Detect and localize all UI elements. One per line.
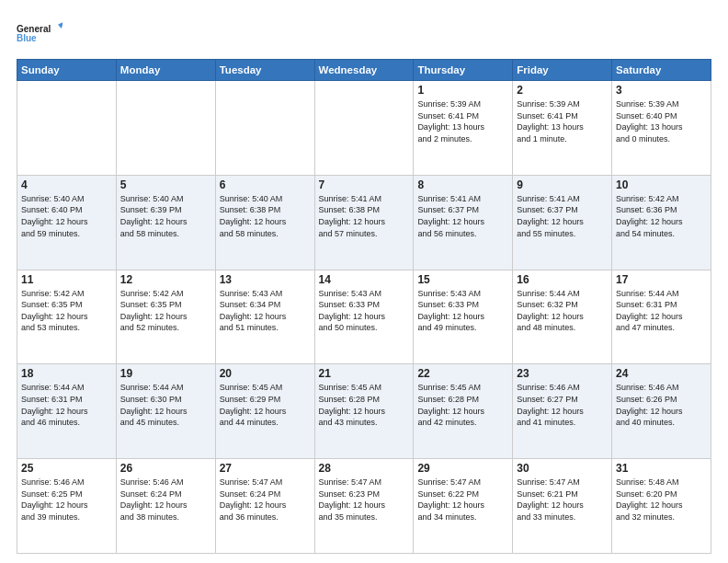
- day-number: 27: [220, 462, 311, 475]
- day-detail: Sunrise: 5:39 AM Sunset: 6:41 PM Dayligh…: [417, 98, 508, 144]
- day-detail: Sunrise: 5:46 AM Sunset: 6:24 PM Dayligh…: [120, 477, 211, 523]
- day-number: 6: [220, 178, 311, 191]
- day-number: 10: [616, 178, 707, 191]
- calendar-day-header: Sunday: [17, 60, 117, 81]
- day-detail: Sunrise: 5:43 AM Sunset: 6:34 PM Dayligh…: [220, 288, 311, 334]
- calendar-cell: 9Sunrise: 5:41 AM Sunset: 6:37 PM Daylig…: [513, 175, 612, 270]
- calendar-cell: 11Sunrise: 5:42 AM Sunset: 6:35 PM Dayli…: [17, 270, 117, 364]
- calendar-day-header: Wednesday: [314, 60, 414, 81]
- calendar-cell: 17Sunrise: 5:44 AM Sunset: 6:31 PM Dayli…: [612, 270, 711, 364]
- calendar-cell: [116, 81, 215, 176]
- calendar-cell: 16Sunrise: 5:44 AM Sunset: 6:32 PM Dayli…: [513, 270, 612, 364]
- day-number: 11: [21, 273, 112, 286]
- day-detail: Sunrise: 5:39 AM Sunset: 6:41 PM Dayligh…: [517, 98, 608, 144]
- day-number: 16: [517, 273, 608, 286]
- calendar-cell: 6Sunrise: 5:40 AM Sunset: 6:38 PM Daylig…: [215, 175, 314, 270]
- calendar-cell: 3Sunrise: 5:39 AM Sunset: 6:40 PM Daylig…: [612, 81, 711, 176]
- day-number: 9: [517, 178, 608, 191]
- day-detail: Sunrise: 5:44 AM Sunset: 6:30 PM Dayligh…: [120, 382, 211, 428]
- calendar-cell: 15Sunrise: 5:43 AM Sunset: 6:33 PM Dayli…: [414, 270, 513, 364]
- svg-text:Blue: Blue: [17, 33, 37, 43]
- day-detail: Sunrise: 5:41 AM Sunset: 6:37 PM Dayligh…: [517, 193, 608, 239]
- calendar-cell: 8Sunrise: 5:41 AM Sunset: 6:37 PM Daylig…: [414, 175, 513, 270]
- calendar-cell: 24Sunrise: 5:46 AM Sunset: 6:26 PM Dayli…: [612, 364, 711, 459]
- day-number: 3: [616, 84, 707, 97]
- calendar-cell: 26Sunrise: 5:46 AM Sunset: 6:24 PM Dayli…: [116, 459, 215, 554]
- calendar-cell: 2Sunrise: 5:39 AM Sunset: 6:41 PM Daylig…: [513, 81, 612, 176]
- calendar-cell: 22Sunrise: 5:45 AM Sunset: 6:28 PM Dayli…: [414, 364, 513, 459]
- day-detail: Sunrise: 5:47 AM Sunset: 6:24 PM Dayligh…: [220, 477, 311, 523]
- calendar-week-row: 11Sunrise: 5:42 AM Sunset: 6:35 PM Dayli…: [17, 270, 711, 364]
- calendar-cell: [17, 81, 117, 176]
- day-number: 25: [21, 462, 112, 475]
- header: General Blue: [17, 15, 711, 52]
- day-detail: Sunrise: 5:45 AM Sunset: 6:29 PM Dayligh…: [220, 382, 311, 428]
- day-detail: Sunrise: 5:39 AM Sunset: 6:40 PM Dayligh…: [616, 98, 707, 144]
- day-number: 14: [319, 273, 410, 286]
- svg-marker-2: [58, 22, 63, 29]
- day-number: 7: [319, 178, 410, 191]
- day-detail: Sunrise: 5:43 AM Sunset: 6:33 PM Dayligh…: [319, 288, 410, 334]
- calendar-table: SundayMondayTuesdayWednesdayThursdayFrid…: [17, 59, 711, 554]
- calendar-day-header: Saturday: [612, 60, 711, 81]
- day-number: 15: [417, 273, 508, 286]
- day-number: 20: [220, 367, 311, 380]
- logo-svg: General Blue: [17, 15, 63, 52]
- page: General Blue SundayMondayTuesdayWednesda…: [0, 0, 728, 563]
- calendar-cell: 10Sunrise: 5:42 AM Sunset: 6:36 PM Dayli…: [612, 175, 711, 270]
- day-number: 12: [120, 273, 211, 286]
- calendar-week-row: 1Sunrise: 5:39 AM Sunset: 6:41 PM Daylig…: [17, 81, 711, 176]
- day-detail: Sunrise: 5:45 AM Sunset: 6:28 PM Dayligh…: [417, 382, 508, 428]
- day-detail: Sunrise: 5:40 AM Sunset: 6:39 PM Dayligh…: [120, 193, 211, 239]
- day-detail: Sunrise: 5:42 AM Sunset: 6:35 PM Dayligh…: [120, 288, 211, 334]
- day-detail: Sunrise: 5:40 AM Sunset: 6:40 PM Dayligh…: [21, 193, 112, 239]
- day-number: 26: [120, 462, 211, 475]
- day-detail: Sunrise: 5:42 AM Sunset: 6:36 PM Dayligh…: [616, 193, 707, 239]
- day-detail: Sunrise: 5:46 AM Sunset: 6:25 PM Dayligh…: [21, 477, 112, 523]
- calendar-cell: 21Sunrise: 5:45 AM Sunset: 6:28 PM Dayli…: [314, 364, 414, 459]
- day-number: 21: [319, 367, 410, 380]
- calendar-day-header: Tuesday: [215, 60, 314, 81]
- calendar-cell: 18Sunrise: 5:44 AM Sunset: 6:31 PM Dayli…: [17, 364, 117, 459]
- day-detail: Sunrise: 5:44 AM Sunset: 6:32 PM Dayligh…: [517, 288, 608, 334]
- calendar-week-row: 18Sunrise: 5:44 AM Sunset: 6:31 PM Dayli…: [17, 364, 711, 459]
- day-number: 31: [616, 462, 707, 475]
- day-detail: Sunrise: 5:45 AM Sunset: 6:28 PM Dayligh…: [319, 382, 410, 428]
- svg-text:General: General: [17, 24, 51, 34]
- calendar-cell: 28Sunrise: 5:47 AM Sunset: 6:23 PM Dayli…: [314, 459, 414, 554]
- day-number: 30: [517, 462, 608, 475]
- day-detail: Sunrise: 5:48 AM Sunset: 6:20 PM Dayligh…: [616, 477, 707, 523]
- calendar-cell: [314, 81, 414, 176]
- day-detail: Sunrise: 5:41 AM Sunset: 6:38 PM Dayligh…: [319, 193, 410, 239]
- day-number: 17: [616, 273, 707, 286]
- day-number: 22: [417, 367, 508, 380]
- day-number: 2: [517, 84, 608, 97]
- calendar-week-row: 4Sunrise: 5:40 AM Sunset: 6:40 PM Daylig…: [17, 175, 711, 270]
- calendar-cell: 25Sunrise: 5:46 AM Sunset: 6:25 PM Dayli…: [17, 459, 117, 554]
- calendar-cell: 20Sunrise: 5:45 AM Sunset: 6:29 PM Dayli…: [215, 364, 314, 459]
- calendar-cell: 23Sunrise: 5:46 AM Sunset: 6:27 PM Dayli…: [513, 364, 612, 459]
- day-number: 5: [120, 178, 211, 191]
- day-detail: Sunrise: 5:47 AM Sunset: 6:21 PM Dayligh…: [517, 477, 608, 523]
- calendar-day-header: Friday: [513, 60, 612, 81]
- day-detail: Sunrise: 5:41 AM Sunset: 6:37 PM Dayligh…: [417, 193, 508, 239]
- day-number: 8: [417, 178, 508, 191]
- calendar-cell: 31Sunrise: 5:48 AM Sunset: 6:20 PM Dayli…: [612, 459, 711, 554]
- calendar-cell: 1Sunrise: 5:39 AM Sunset: 6:41 PM Daylig…: [414, 81, 513, 176]
- calendar-cell: 13Sunrise: 5:43 AM Sunset: 6:34 PM Dayli…: [215, 270, 314, 364]
- calendar-cell: 14Sunrise: 5:43 AM Sunset: 6:33 PM Dayli…: [314, 270, 414, 364]
- day-number: 1: [417, 84, 508, 97]
- calendar-header-row: SundayMondayTuesdayWednesdayThursdayFrid…: [17, 60, 711, 81]
- day-detail: Sunrise: 5:44 AM Sunset: 6:31 PM Dayligh…: [616, 288, 707, 334]
- calendar-cell: 5Sunrise: 5:40 AM Sunset: 6:39 PM Daylig…: [116, 175, 215, 270]
- calendar-day-header: Thursday: [414, 60, 513, 81]
- day-detail: Sunrise: 5:42 AM Sunset: 6:35 PM Dayligh…: [21, 288, 112, 334]
- day-detail: Sunrise: 5:47 AM Sunset: 6:22 PM Dayligh…: [417, 477, 508, 523]
- calendar-cell: 7Sunrise: 5:41 AM Sunset: 6:38 PM Daylig…: [314, 175, 414, 270]
- logo: General Blue: [17, 15, 63, 52]
- day-number: 4: [21, 178, 112, 191]
- calendar-cell: 30Sunrise: 5:47 AM Sunset: 6:21 PM Dayli…: [513, 459, 612, 554]
- calendar-week-row: 25Sunrise: 5:46 AM Sunset: 6:25 PM Dayli…: [17, 459, 711, 554]
- calendar-cell: 19Sunrise: 5:44 AM Sunset: 6:30 PM Dayli…: [116, 364, 215, 459]
- day-number: 23: [517, 367, 608, 380]
